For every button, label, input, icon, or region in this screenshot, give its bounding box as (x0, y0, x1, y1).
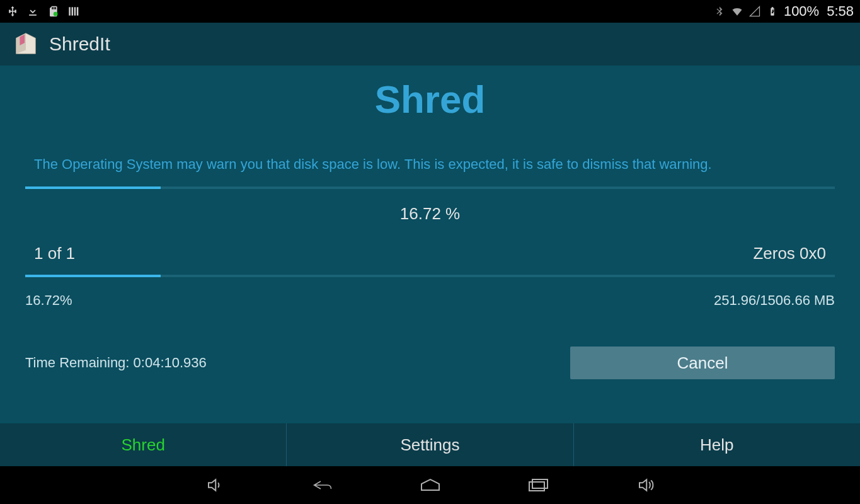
app-title: ShredIt (49, 33, 110, 55)
bluetooth-icon (713, 5, 726, 18)
size-progress: 251.96/1506.66 MB (714, 292, 835, 309)
download-icon (26, 5, 39, 18)
android-nav-bar (0, 466, 860, 504)
tab-label: Help (700, 435, 733, 455)
svg-rect-3 (74, 7, 76, 15)
android-status-bar: 100% 5:58 (0, 0, 860, 23)
pass-progress-fill (25, 275, 161, 277)
tab-settings[interactable]: Settings (287, 423, 573, 466)
overall-progress-percent: 16.72 % (25, 204, 835, 224)
svg-rect-2 (72, 7, 74, 15)
status-right-icons: 100% 5:58 (713, 3, 854, 20)
cancel-button[interactable]: Cancel (570, 346, 835, 379)
pass-count: 1 of 1 (34, 244, 75, 263)
volume-up-icon[interactable] (634, 474, 657, 496)
svg-rect-4 (77, 7, 79, 15)
shred-method: Zeros 0x0 (753, 244, 826, 263)
svg-rect-8 (529, 482, 544, 491)
app-icon (11, 30, 40, 59)
home-icon[interactable] (419, 474, 442, 496)
status-left-icons (6, 5, 79, 18)
tab-shred[interactable]: Shred (0, 423, 287, 466)
svg-rect-1 (69, 7, 71, 15)
volume-down-icon[interactable] (204, 474, 226, 496)
pass-progress-percent: 16.72% (25, 292, 72, 309)
back-icon[interactable] (311, 474, 334, 496)
battery-percent: 100% (784, 3, 819, 20)
page-title: Shred (25, 77, 835, 122)
clock: 5:58 (827, 3, 854, 20)
main-content: Shred The Operating System may warn you … (0, 66, 860, 379)
cell-signal-icon (748, 5, 761, 18)
wifi-icon (731, 5, 743, 18)
pass-progress-bar (25, 275, 835, 277)
sd-card-icon (47, 5, 59, 18)
tab-label: Shred (121, 435, 164, 455)
usb-icon (6, 5, 19, 18)
overall-progress-bar (25, 186, 835, 189)
bars-icon (67, 5, 79, 18)
overall-progress-fill (25, 186, 161, 189)
tab-help[interactable]: Help (574, 423, 860, 466)
action-bar: ShredIt (0, 23, 860, 66)
battery-charging-icon (766, 5, 779, 18)
bottom-tab-bar: Shred Settings Help (0, 423, 860, 466)
time-remaining: Time Remaining: 0:04:10.936 (25, 355, 207, 371)
recent-apps-icon[interactable] (527, 474, 549, 496)
tab-label: Settings (401, 435, 460, 455)
disk-space-warning: The Operating System may warn you that d… (34, 156, 826, 173)
svg-point-0 (54, 12, 58, 16)
svg-rect-9 (532, 479, 548, 488)
